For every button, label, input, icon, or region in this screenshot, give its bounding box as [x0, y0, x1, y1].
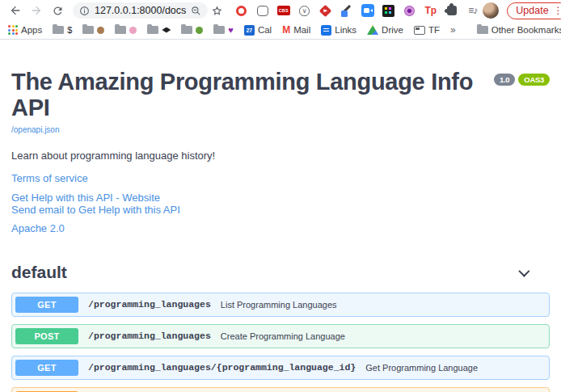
graduation-cap-icon: [162, 27, 171, 33]
folder-icon: [147, 26, 158, 34]
other-bookmarks-label: Other Bookmarks: [491, 25, 561, 35]
links-label: Links: [335, 25, 356, 35]
bookmark-links[interactable]: Links: [321, 25, 356, 36]
tf-window-icon: [414, 26, 425, 35]
update-label: Update: [516, 5, 548, 16]
version-badge: 1.0: [494, 74, 515, 86]
flower-icon[interactable]: [403, 4, 416, 18]
bookmark-drive[interactable]: Drive: [367, 25, 403, 35]
operation-path: /programming_languages: [88, 299, 211, 310]
url-text[interactable]: 127.0.0.1:8000/docs: [95, 5, 186, 16]
tp-icon[interactable]: Tp: [424, 4, 437, 18]
api-links: Terms of service Get Help with this API …: [11, 172, 550, 234]
operation-row-get-language[interactable]: GET /programming_languages/{programming_…: [11, 356, 550, 380]
api-description: Learn about programming language history…: [11, 150, 550, 162]
chevron-down-icon[interactable]: [518, 265, 529, 276]
bookmark-folder-horse[interactable]: [82, 26, 104, 34]
swagger-page: The Amazing Programming Language Info AP…: [0, 40, 561, 392]
operation-summary: Create Programming Language: [221, 331, 345, 341]
terms-of-service-link[interactable]: Terms of service: [11, 172, 88, 184]
eyedropper-icon[interactable]: [340, 4, 353, 18]
extensions-row: CBS ∨ Tp ≡♪: [234, 4, 479, 18]
help-email-link[interactable]: Send email to Get Help with this API: [11, 204, 180, 216]
gmail-icon: M: [282, 24, 290, 36]
oas3-badge: OAS3: [518, 74, 550, 86]
help-website-link[interactable]: Get Help with this API - Website: [11, 192, 160, 204]
apps-label: Apps: [21, 25, 42, 35]
zoom-out-icon[interactable]: [191, 6, 201, 16]
operation-row-create-language[interactable]: POST /programming_languages Create Progr…: [11, 324, 550, 348]
update-button[interactable]: Update ⋮: [507, 2, 561, 19]
operation-summary: List Programming Languages: [221, 300, 337, 310]
bookmark-cal[interactable]: 27Cal: [244, 25, 272, 36]
pixel-art-icon[interactable]: [382, 4, 395, 18]
bookmark-folder-brain[interactable]: [115, 26, 137, 34]
links-icon: [321, 25, 331, 36]
adblock-ring-icon[interactable]: [234, 4, 248, 18]
site-info-icon[interactable]: [79, 6, 90, 16]
page-title: The Amazing Programming Language Info AP…: [11, 70, 550, 121]
operation-path: /programming_languages/{programming_lang…: [88, 362, 356, 373]
folder-icon: [213, 26, 225, 34]
license-link[interactable]: Apache 2.0: [11, 222, 65, 234]
mail-label: Mail: [293, 25, 310, 35]
method-badge: POST: [15, 328, 78, 344]
bookmark-tf[interactable]: TF: [414, 25, 440, 35]
back-icon[interactable]: [6, 2, 24, 19]
reptile-icon: [196, 27, 203, 34]
puzzle-icon[interactable]: [445, 4, 458, 18]
bookmark-folder-heart[interactable]: ♥: [213, 26, 234, 35]
operation-path: /programming_languages: [88, 331, 211, 341]
folder-icon: [477, 26, 488, 34]
openapi-json-link[interactable]: /openapi.json: [11, 125, 60, 134]
folder-icon: [53, 26, 64, 34]
calendar-icon: 27: [244, 25, 255, 36]
method-badge: GET: [15, 360, 78, 376]
api-title-text: The Amazing Programming Language Info AP…: [11, 70, 489, 121]
apps-grid-icon: [8, 25, 18, 35]
dollar-glyph: $: [67, 25, 72, 35]
operation-summary: Get Programming Language: [365, 363, 478, 373]
drive-label: Drive: [382, 25, 403, 35]
chat-bubble-icon[interactable]: [255, 4, 269, 18]
brain-icon: [129, 27, 137, 34]
drive-icon: [367, 25, 378, 35]
bookmark-folder-dollar[interactable]: $: [53, 25, 72, 35]
operation-row-update-language[interactable]: PUT /programming_languages/{programming_…: [11, 387, 550, 392]
section-title: default: [11, 263, 67, 282]
section-header-default[interactable]: default: [11, 263, 550, 282]
menu-kebab-icon[interactable]: ⋮: [554, 6, 561, 15]
bookmark-folder-graduation[interactable]: [147, 26, 171, 34]
playlist-music-icon[interactable]: ≡♪: [466, 4, 479, 18]
bookmark-mail[interactable]: MMail: [282, 24, 310, 36]
folder-icon: [181, 26, 192, 34]
diamond-arrow-icon[interactable]: [318, 4, 332, 18]
bookmark-folder-reptile[interactable]: [181, 26, 203, 34]
version-badges: 1.0 OAS3: [494, 74, 550, 86]
horse-icon: [97, 27, 104, 34]
operation-row-list-languages[interactable]: GET /programming_languages List Programm…: [11, 293, 550, 317]
bookmark-star-icon[interactable]: [211, 2, 223, 19]
operations-list: GET /programming_languages List Programm…: [11, 293, 550, 392]
cbs-icon[interactable]: CBS: [276, 4, 290, 18]
forward-icon[interactable]: [27, 2, 45, 19]
other-bookmarks[interactable]: Other Bookmarks: [477, 25, 561, 35]
profile-avatar[interactable]: [483, 2, 499, 19]
browser-toolbar: 127.0.0.1:8000/docs CBS ∨ Tp ≡♪ Update ⋮: [0, 0, 561, 21]
purple-heart-icon: ♥: [228, 26, 234, 35]
method-badge: GET: [15, 297, 78, 313]
tf-label: TF: [428, 25, 440, 35]
pocket-icon[interactable]: ∨: [297, 4, 311, 18]
zoom-camera-icon[interactable]: [361, 4, 374, 18]
reload-icon[interactable]: [49, 2, 66, 19]
bookmarks-overflow-chevron[interactable]: »: [450, 24, 456, 36]
folder-icon: [115, 26, 126, 34]
bookmarks-bar: Apps $ ♥ 27Cal MMail Links Drive TF » Ot…: [0, 21, 561, 40]
apps-shortcut[interactable]: Apps: [8, 25, 42, 35]
cal-label: Cal: [258, 25, 272, 35]
folder-icon: [82, 26, 94, 34]
address-bar[interactable]: 127.0.0.1:8000/docs: [73, 2, 208, 19]
